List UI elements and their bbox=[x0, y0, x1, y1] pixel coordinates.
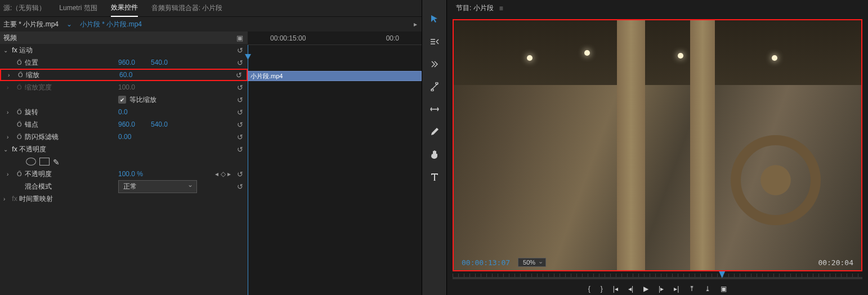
track-select-tool-icon[interactable] bbox=[428, 35, 441, 48]
uniform-scale-label: 等比缩放 bbox=[129, 95, 156, 105]
reset-icon[interactable]: ↺ bbox=[237, 182, 243, 191]
program-time-ruler[interactable] bbox=[453, 271, 862, 285]
tab-effect-controls[interactable]: 效果控件 bbox=[111, 0, 138, 17]
effect-opacity[interactable]: ⌄ fx 不透明度 ↺ bbox=[0, 143, 248, 155]
scale-value[interactable]: 60.0 bbox=[119, 71, 132, 79]
effect-time-remapping[interactable]: › fx 时间重映射 bbox=[0, 193, 248, 205]
reset-icon[interactable]: ↺ bbox=[237, 83, 243, 92]
pen-tool-icon[interactable] bbox=[428, 125, 441, 138]
sequence-clip-link[interactable]: 小片段 * 小片段.mp4 bbox=[80, 20, 142, 29]
scale-width-value: 100.0 bbox=[118, 83, 135, 91]
anchor-y-value[interactable]: 540.0 bbox=[151, 120, 168, 128]
position-x-value[interactable]: 960.0 bbox=[118, 59, 135, 66]
dropdown-arrow-icon[interactable]: ⌄ bbox=[66, 20, 72, 28]
property-opacity-value[interactable]: › Ő 不透明度 100.0 % ◂ ◇ ▸ ↺ bbox=[0, 168, 248, 180]
property-blend-mode[interactable]: 混合模式 正常 ↺ bbox=[0, 180, 248, 193]
play-indicator-icon: ▸ bbox=[414, 20, 417, 28]
rectangle-mask-icon[interactable] bbox=[39, 158, 50, 166]
lift-icon[interactable]: ⤒ bbox=[689, 285, 695, 293]
export-frame-icon[interactable]: ▣ bbox=[721, 285, 727, 293]
tab-lumetri-scopes[interactable]: Lumetri 范围 bbox=[59, 0, 97, 16]
blend-mode-dropdown[interactable]: 正常 bbox=[118, 180, 197, 193]
reset-icon[interactable]: ↺ bbox=[237, 133, 243, 141]
property-position[interactable]: Ő 位置 960.0 540.0 ↺ bbox=[0, 56, 248, 69]
checkbox-checked-icon[interactable]: ✔ bbox=[118, 96, 126, 104]
pen-mask-icon[interactable]: ✎ bbox=[53, 158, 63, 166]
reset-icon[interactable]: ↺ bbox=[237, 170, 243, 178]
twirl-closed-icon[interactable]: › bbox=[7, 109, 14, 115]
stopwatch-icon[interactable]: Ő bbox=[17, 59, 25, 66]
twirl-closed-icon[interactable]: › bbox=[7, 171, 14, 177]
property-scale-width: › Ő 缩放宽度 100.0 ↺ bbox=[0, 81, 248, 93]
twirl-closed-icon: › bbox=[7, 84, 14, 91]
reset-icon[interactable]: ↺ bbox=[237, 108, 243, 117]
reset-icon[interactable]: ↺ bbox=[237, 59, 243, 67]
twirl-open-icon[interactable]: ⌄ bbox=[3, 47, 10, 53]
show-clip-icon[interactable]: ▣ bbox=[236, 34, 243, 42]
hand-tool-icon[interactable] bbox=[428, 148, 441, 161]
stopwatch-icon[interactable]: Ő bbox=[17, 121, 25, 128]
property-rotation[interactable]: › Ő 旋转 0.0 ↺ bbox=[0, 106, 248, 118]
program-tab[interactable]: 节目: 小片段 bbox=[455, 1, 495, 16]
reset-icon[interactable]: ↺ bbox=[237, 46, 243, 55]
play-icon[interactable]: ▶ bbox=[643, 285, 648, 293]
property-anti-flicker[interactable]: › Ő 防闪烁滤镜 0.00 ↺ bbox=[0, 131, 248, 143]
type-tool-icon[interactable] bbox=[428, 170, 441, 184]
ec-time-ruler[interactable]: 00:00:15:00 00:0 bbox=[248, 32, 422, 45]
stopwatch-icon[interactable]: Ő bbox=[17, 133, 25, 140]
audio-mixer-clip: 小片段 bbox=[202, 4, 222, 12]
step-forward-icon[interactable]: |▸ bbox=[659, 285, 664, 293]
tab-audio-clip-mixer[interactable]: 音频剪辑混合器: 小片段 bbox=[151, 0, 223, 16]
slip-tool-icon[interactable] bbox=[428, 102, 441, 116]
current-timecode[interactable]: 00:00:13:07 bbox=[462, 258, 510, 267]
twirl-closed-icon[interactable]: › bbox=[8, 72, 15, 78]
program-tab-bar: 节目: 小片段 ≡ bbox=[447, 0, 868, 17]
position-y-value[interactable]: 540.0 bbox=[151, 59, 168, 66]
fx-badge-icon[interactable]: fx bbox=[10, 46, 19, 54]
effect-controls-timeline[interactable]: 00:00:15:00 00:0 小片段.mp4 bbox=[248, 32, 422, 295]
playhead-line[interactable] bbox=[248, 45, 248, 295]
stopwatch-icon[interactable]: Ő bbox=[17, 171, 25, 177]
flicker-value[interactable]: 0.00 bbox=[118, 133, 131, 141]
extract-icon[interactable]: ⤓ bbox=[705, 285, 710, 293]
twirl-closed-icon[interactable]: › bbox=[7, 134, 14, 140]
reset-icon[interactable]: ↺ bbox=[236, 71, 242, 79]
reset-icon[interactable]: ↺ bbox=[237, 120, 243, 129]
step-back-icon[interactable]: ◂| bbox=[628, 285, 633, 293]
audio-mixer-prefix: 音频剪辑混合器: bbox=[151, 4, 200, 12]
keyframe-nav-icon[interactable]: ◂ ◇ ▸ bbox=[215, 170, 231, 178]
panel-menu-icon[interactable]: ≡ bbox=[499, 5, 503, 12]
go-to-in-icon[interactable]: |◂ bbox=[613, 285, 618, 293]
twirl-open-icon[interactable]: ⌄ bbox=[3, 146, 10, 153]
ec-clip-bar[interactable]: 小片段.mp4 bbox=[248, 71, 422, 81]
twirl-closed-icon[interactable]: › bbox=[3, 196, 10, 202]
stopwatch-icon: Ő bbox=[17, 84, 25, 91]
fx-badge-icon[interactable]: fx bbox=[10, 145, 19, 153]
transport-controls: { } |◂ ◂| ▶ |▸ ▸| ⤒ ⤓ ▣ bbox=[447, 285, 868, 295]
master-clip-label[interactable]: 主要 * 小片段.mp4 bbox=[3, 20, 59, 29]
ellipse-mask-icon[interactable] bbox=[26, 158, 36, 166]
property-uniform-scale[interactable]: ✔ 等比缩放 ↺ bbox=[0, 93, 248, 106]
reset-icon[interactable]: ↺ bbox=[237, 145, 243, 154]
ripple-edit-tool-icon[interactable] bbox=[428, 57, 441, 71]
opacity-value[interactable]: 100.0 % bbox=[118, 170, 143, 178]
selection-tool-icon[interactable] bbox=[428, 12, 441, 26]
stopwatch-icon[interactable]: Ő bbox=[18, 71, 26, 78]
zoom-level-dropdown[interactable]: 50% bbox=[518, 258, 546, 267]
go-to-out-icon[interactable]: ▸| bbox=[674, 285, 679, 293]
video-header-label: 视频 bbox=[3, 33, 17, 43]
stopwatch-icon[interactable]: Ő bbox=[17, 109, 25, 115]
fx-badge-icon[interactable]: fx bbox=[10, 195, 19, 203]
mark-out-icon[interactable]: } bbox=[601, 285, 603, 293]
anchor-x-value[interactable]: 960.0 bbox=[118, 120, 135, 128]
program-monitor-viewport[interactable]: 00:00:13:07 50% 00:20:04 bbox=[453, 19, 862, 271]
effect-motion[interactable]: ⌄ fx 运动 ↺ bbox=[0, 44, 248, 56]
rotation-value[interactable]: 0.0 bbox=[118, 108, 128, 116]
property-scale[interactable]: › Ő 缩放 60.0 ↺ bbox=[0, 69, 248, 81]
razor-tool-icon[interactable] bbox=[428, 80, 441, 93]
video-section-header[interactable]: 视频 ▣ bbox=[0, 32, 248, 44]
tab-source[interactable]: 源:（无剪辑） bbox=[3, 0, 46, 16]
reset-icon[interactable]: ↺ bbox=[237, 96, 243, 104]
property-anchor-point[interactable]: Ő 锚点 960.0 540.0 ↺ bbox=[0, 118, 248, 131]
mark-in-icon[interactable]: { bbox=[588, 285, 590, 293]
